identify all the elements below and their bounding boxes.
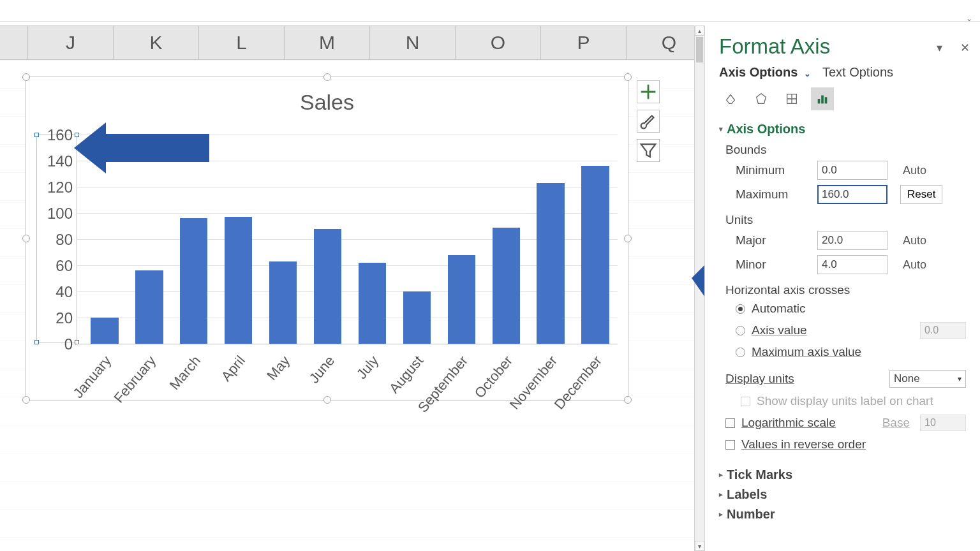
chart-filters-button[interactable] <box>637 139 660 162</box>
section-tick-marks[interactable]: ▸ Tick Marks <box>705 465 980 485</box>
triangle-right-icon: ▸ <box>719 490 723 499</box>
units-label: Units <box>705 207 980 228</box>
bar[interactable] <box>493 228 520 344</box>
resize-handle[interactable] <box>624 396 632 404</box>
x-tick-label: February <box>110 353 160 406</box>
brush-icon <box>637 110 659 132</box>
section-number[interactable]: ▸ Number <box>705 504 980 524</box>
size-properties-icon[interactable] <box>780 87 803 110</box>
section-axis-options[interactable]: ▾ Axis Options <box>705 119 980 139</box>
bar[interactable] <box>269 261 297 344</box>
x-tick-label: April <box>218 353 248 385</box>
display-units-select[interactable]: None ▾ <box>889 370 966 388</box>
svg-rect-3 <box>818 99 820 103</box>
tab-axis-options[interactable]: Axis Options ⌄ <box>719 65 811 80</box>
resize-handle[interactable] <box>22 73 30 81</box>
axis-options-icon[interactable] <box>811 87 834 110</box>
section-label: Labels <box>727 487 767 502</box>
pane-close-icon[interactable]: ✕ <box>960 41 970 55</box>
resize-handle[interactable] <box>624 73 632 81</box>
minimum-input[interactable] <box>817 161 887 180</box>
section-labels[interactable]: ▸ Labels <box>705 485 980 504</box>
y-tick-label: 80 <box>56 231 73 249</box>
pane-menu-dropdown-icon[interactable]: ▾ <box>937 41 942 55</box>
select-all-gutter[interactable] <box>0 26 28 59</box>
show-display-units-checkbox <box>741 397 750 406</box>
scroll-up-button[interactable]: ▴ <box>695 26 704 36</box>
hac-automatic-radio[interactable] <box>736 304 745 314</box>
major-auto-label: Auto <box>903 234 926 247</box>
resize-handle[interactable] <box>323 73 331 81</box>
hac-axis-value-radio[interactable] <box>736 326 745 335</box>
x-tick-label: March <box>166 353 204 393</box>
svg-rect-4 <box>821 96 824 104</box>
minor-unit-input[interactable] <box>817 255 887 274</box>
bar[interactable] <box>448 255 475 344</box>
column-header[interactable]: L <box>199 26 285 59</box>
x-tick-label: January <box>70 353 115 402</box>
column-header[interactable]: J <box>28 26 114 59</box>
embedded-chart[interactable]: Sales 020406080100120140160 JanuaryFebru… <box>26 77 628 400</box>
chart-title[interactable]: Sales <box>26 77 628 115</box>
chart-plot-area[interactable]: 020406080100120140160 JanuaryFebruaryMar… <box>36 135 618 342</box>
hac-maximum-radio[interactable] <box>736 348 745 357</box>
reverse-order-checkbox[interactable] <box>725 440 735 450</box>
resize-handle[interactable] <box>624 235 632 242</box>
tab-label: Axis Options <box>719 65 798 79</box>
hac-axis-value-label: Axis value <box>752 323 807 337</box>
bar[interactable] <box>225 217 252 344</box>
bar[interactable] <box>537 183 564 344</box>
fill-line-icon[interactable] <box>719 87 742 110</box>
display-units-value: None <box>894 372 920 385</box>
y-tick-label: 0 <box>64 335 73 353</box>
ribbon-collapse-chevron-icon[interactable]: ⌄ <box>966 14 972 23</box>
bar[interactable] <box>581 166 609 344</box>
triangle-right-icon: ▸ <box>719 471 723 479</box>
section-label: Number <box>727 507 775 522</box>
column-header[interactable]: O <box>456 26 541 59</box>
chart-styles-button[interactable] <box>637 110 660 133</box>
resize-handle[interactable] <box>323 396 331 404</box>
column-header[interactable]: N <box>370 26 456 59</box>
maximum-input[interactable] <box>817 185 887 204</box>
maximum-reset-button[interactable]: Reset <box>900 185 942 204</box>
chart-elements-button[interactable] <box>637 80 660 103</box>
minor-auto-label: Auto <box>903 258 926 272</box>
resize-handle[interactable] <box>22 396 30 404</box>
minimum-label: Minimum <box>736 163 811 177</box>
plus-icon <box>637 81 659 103</box>
x-tick-label: August <box>386 353 427 397</box>
x-tick-label: October <box>471 353 516 402</box>
log-scale-checkbox[interactable] <box>725 418 735 428</box>
y-tick-label: 120 <box>47 179 73 196</box>
scroll-down-button[interactable]: ▾ <box>695 541 704 551</box>
funnel-icon <box>637 140 659 161</box>
effects-icon[interactable] <box>750 87 773 110</box>
section-label: Tick Marks <box>727 467 792 482</box>
triangle-right-icon: ▸ <box>719 510 723 518</box>
axis-selection-handle <box>34 133 39 137</box>
bar[interactable] <box>135 270 163 344</box>
y-tick-label: 20 <box>56 309 73 327</box>
y-axis[interactable]: 020406080100120140160 <box>36 135 77 342</box>
bar[interactable] <box>180 218 207 344</box>
log-base-label: Base <box>882 416 910 430</box>
tab-text-options[interactable]: Text Options <box>822 65 893 80</box>
chevron-down-icon: ▾ <box>958 374 961 383</box>
bar[interactable] <box>403 291 431 344</box>
major-unit-input[interactable] <box>817 231 887 250</box>
bar[interactable] <box>359 263 386 344</box>
display-units-label: Display units <box>725 372 794 386</box>
column-header-strip: JKLMNOPQ <box>0 26 694 60</box>
reverse-order-label: Values in reverse order <box>741 437 866 452</box>
bar[interactable] <box>314 229 341 344</box>
section-label: Axis Options <box>727 122 805 136</box>
scroll-thumb[interactable] <box>696 37 703 62</box>
x-tick-label: May <box>264 353 293 384</box>
resize-handle[interactable] <box>22 235 30 242</box>
column-header[interactable]: M <box>285 26 370 59</box>
column-header[interactable]: P <box>541 26 627 59</box>
bar[interactable] <box>91 318 118 344</box>
log-scale-label: Logarithmic scale <box>741 416 836 430</box>
column-header[interactable]: K <box>114 26 199 59</box>
